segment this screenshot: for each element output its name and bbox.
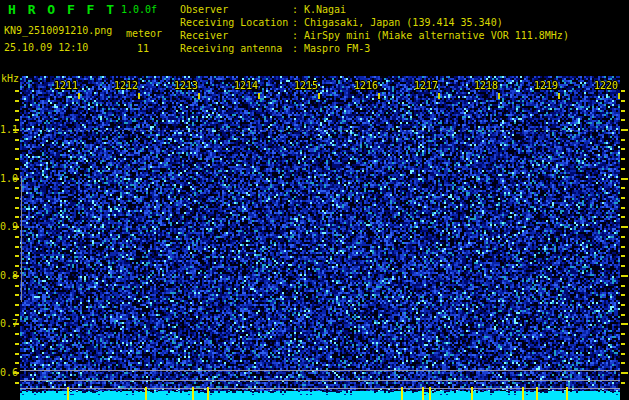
freq-minor-tick-left — [15, 216, 19, 218]
freq-minor-tick-right — [621, 246, 625, 248]
threshold-line — [20, 388, 620, 389]
threshold-line — [20, 370, 620, 371]
info-row-location: Receiving Location:Chigasaki, Japan (139… — [180, 16, 569, 29]
freq-major-tick-left — [13, 178, 19, 180]
freq-minor-tick-right — [621, 100, 625, 102]
time-tick-mark — [258, 93, 260, 99]
time-tick-label: 1220 — [594, 81, 618, 91]
freq-minor-tick-left — [15, 187, 19, 189]
time-tick-label: 1219 — [534, 81, 558, 91]
freq-minor-tick-left — [15, 353, 19, 355]
freq-major-tick-left — [13, 372, 19, 374]
time-tick-mark — [498, 93, 500, 99]
meteor-echo-marker — [471, 387, 473, 400]
freq-minor-tick-left — [15, 304, 19, 306]
time-tick-mark — [438, 93, 440, 99]
freq-major-tick-right — [621, 275, 628, 277]
meteor-echo-marker — [145, 387, 147, 400]
info-row-antenna: Receiving antenna:Maspro FM-3 — [180, 42, 569, 55]
freq-minor-tick-right — [621, 90, 625, 92]
freq-major-tick-left — [13, 275, 19, 277]
freq-minor-tick-left — [15, 148, 19, 150]
meteor-echo-marker — [429, 387, 431, 400]
freq-minor-tick-right — [621, 148, 625, 150]
freq-minor-tick-left — [15, 246, 19, 248]
freq-minor-tick-right — [621, 265, 625, 267]
freq-minor-tick-right — [621, 187, 625, 189]
freq-minor-tick-right — [621, 168, 625, 170]
time-tick-mark — [78, 93, 80, 99]
freq-minor-tick-right — [621, 333, 625, 335]
station-info: Observer:K.Nagai Receiving Location:Chig… — [180, 3, 569, 55]
info-row-receiver: Receiver:AirSpy mini (Miake alternative … — [180, 29, 569, 42]
freq-minor-tick-left — [15, 362, 19, 364]
freq-minor-tick-left — [15, 197, 19, 199]
freq-major-tick-left — [13, 129, 19, 131]
app-title: H R O F F T — [8, 3, 116, 17]
info-separator: : — [292, 42, 304, 55]
meteor-echo-marker — [207, 387, 209, 400]
freq-minor-tick-right — [621, 343, 625, 345]
freq-minor-tick-left — [15, 207, 19, 209]
freq-minor-tick-left — [15, 382, 19, 384]
freq-minor-tick-left — [15, 343, 19, 345]
freq-minor-tick-right — [621, 294, 625, 296]
meteor-echo-marker — [67, 387, 69, 400]
freq-minor-tick-right — [621, 362, 625, 364]
freq-major-tick-right — [621, 178, 628, 180]
time-tick-label: 1213 — [174, 81, 198, 91]
time-tick-label: 1211 — [54, 81, 78, 91]
spectrogram-canvas — [20, 76, 620, 400]
meteor-count-value: 11 — [137, 44, 149, 54]
time-tick-mark — [318, 93, 320, 99]
info-value: Chigasaki, Japan (139.414 35.340) — [304, 17, 503, 28]
freq-major-tick-right — [621, 323, 628, 325]
freq-minor-tick-right — [621, 207, 625, 209]
freq-minor-tick-left — [15, 139, 19, 141]
freq-major-tick-right — [621, 372, 628, 374]
freq-major-tick-left — [13, 323, 19, 325]
long-echo-trace — [21, 176, 22, 302]
datetime-stamp: 25.10.09 12:10 — [4, 43, 88, 53]
time-tick-mark — [138, 93, 140, 99]
freq-minor-tick-right — [621, 197, 625, 199]
info-separator: : — [292, 29, 304, 42]
info-value: K.Nagai — [304, 4, 346, 15]
freq-minor-tick-left — [15, 119, 19, 121]
info-label: Receiving antenna — [180, 42, 292, 55]
freq-minor-tick-right — [621, 382, 625, 384]
freq-axis-unit-label: kHz — [1, 74, 19, 84]
freq-major-tick-right — [621, 226, 628, 228]
freq-minor-tick-right — [621, 304, 625, 306]
meteor-echo-marker — [401, 387, 403, 400]
freq-minor-tick-left — [15, 314, 19, 316]
time-tick-label: 1212 — [114, 81, 138, 91]
freq-minor-tick-left — [15, 168, 19, 170]
time-tick-label: 1215 — [294, 81, 318, 91]
freq-minor-tick-left — [15, 333, 19, 335]
time-tick-label: 1217 — [414, 81, 438, 91]
meteor-echo-marker — [566, 387, 568, 400]
meteor-count-label: meteor — [126, 29, 162, 39]
freq-minor-tick-left — [15, 255, 19, 257]
time-tick-label: 1218 — [474, 81, 498, 91]
time-tick-label: 1216 — [354, 81, 378, 91]
freq-minor-tick-left — [15, 294, 19, 296]
info-value: AirSpy mini (Miake alternative VOR 111.8… — [304, 30, 569, 41]
freq-minor-tick-left — [15, 285, 19, 287]
time-tick-mark — [378, 93, 380, 99]
info-label: Receiving Location — [180, 16, 292, 29]
freq-minor-tick-left — [15, 90, 19, 92]
freq-minor-tick-right — [621, 353, 625, 355]
meteor-echo-marker — [192, 387, 194, 400]
reference-dotted-line — [20, 130, 620, 131]
info-separator: : — [292, 3, 304, 16]
freq-minor-tick-left — [15, 158, 19, 160]
time-tick-mark — [198, 93, 200, 99]
freq-minor-tick-right — [621, 110, 625, 112]
info-value: Maspro FM-3 — [304, 43, 370, 54]
time-tick-label: 1214 — [234, 81, 258, 91]
app-version: 1.0.0f — [121, 5, 157, 15]
freq-minor-tick-right — [621, 314, 625, 316]
freq-minor-tick-right — [621, 285, 625, 287]
